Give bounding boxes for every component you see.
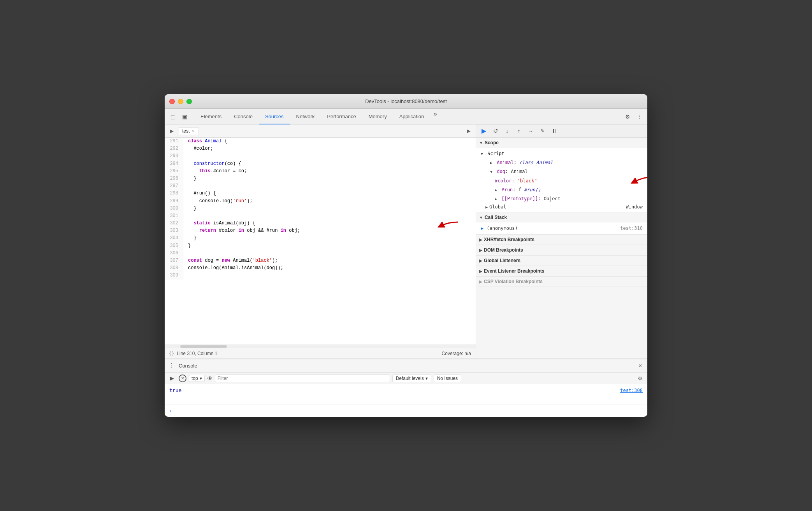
prompt-chevron-icon: › — [169, 408, 171, 414]
tab-network[interactable]: Network — [290, 109, 321, 124]
format-icon[interactable]: { } — [169, 351, 174, 356]
close-tab-button[interactable]: × — [191, 129, 195, 133]
script-triangle: ▼ — [481, 152, 483, 156]
levels-label: Default levels — [396, 376, 424, 381]
horizontal-scrollbar[interactable] — [165, 345, 476, 348]
step-into-button[interactable]: ↓ — [503, 126, 512, 136]
callstack-section-header[interactable]: ▼ Call Stack — [476, 212, 647, 222]
code-line-296: 296 } — [165, 175, 476, 182]
code-area[interactable]: 291 class Animal { 292 #color; 293 — [165, 138, 476, 345]
cursor-icon[interactable]: ⬚ — [168, 112, 178, 122]
deactivate-button[interactable]: ✎ — [538, 126, 547, 136]
console-toolbar: ▶ ✕ top ▾ 👁 Default levels ▾ No Issues ⚙ — [165, 373, 647, 384]
scope-triangle: ▼ — [479, 141, 483, 145]
console-output-row: true test:308 — [169, 387, 643, 393]
console-clear-icon[interactable]: ✕ — [179, 374, 186, 382]
callstack-section: ▼ Call Stack ▶ (anonymous) test:310 — [476, 212, 647, 234]
code-footer: { } Line 310, Column 1 Coverage: n/a — [165, 348, 476, 359]
coverage-status: Coverage: n/a — [442, 351, 471, 356]
device-icon[interactable]: ▣ — [179, 112, 190, 122]
callstack-content: ▶ (anonymous) test:310 — [476, 222, 647, 234]
scope-animal-entry[interactable]: ▶ Animal: class Animal — [476, 158, 647, 167]
resume-button[interactable]: ▶ — [479, 126, 489, 136]
sources-main-panel: ▶ test × ▶ 291 class Animal { — [165, 124, 476, 359]
scope-color-entry: #color: "black" — [476, 177, 647, 186]
xhr-breakpoints-header[interactable]: ▶ XHR/fetch Breakpoints — [476, 234, 647, 245]
code-line-305: 305 } — [165, 242, 476, 250]
console-play-icon[interactable]: ▶ — [168, 374, 176, 383]
scope-prototype-entry[interactable]: ▶ [[Prototype]]: Object — [476, 194, 647, 203]
console-close-button[interactable]: × — [636, 362, 644, 370]
callstack-entry-anonymous[interactable]: ▶ (anonymous) test:310 — [476, 224, 647, 233]
console-filter-input[interactable] — [215, 374, 390, 382]
code-line-299: 299 console.log('run'); — [165, 198, 476, 205]
code-line-297: 297 — [165, 182, 476, 190]
fullscreen-button[interactable] — [186, 99, 192, 104]
code-line-300: 300 } — [165, 205, 476, 212]
scope-section-header[interactable]: ▼ Scope — [476, 138, 647, 148]
minimize-button[interactable] — [178, 99, 183, 104]
more-options-icon[interactable]: ⋮ — [634, 112, 644, 122]
dom-breakpoints-header[interactable]: ▶ DOM Breakpoints — [476, 245, 647, 255]
scope-run-entry[interactable]: ▶ #run: f #run() — [476, 186, 647, 194]
callstack-active-icon: ▶ — [481, 226, 483, 231]
status-line: Line 310, Column 1 — [177, 351, 217, 356]
tab-console[interactable]: Console — [228, 109, 259, 124]
eye-icon[interactable]: 👁 — [207, 375, 213, 382]
code-line-306: 306 — [165, 250, 476, 257]
console-settings-icon[interactable]: ⚙ — [636, 374, 644, 383]
script-label: Script — [487, 151, 504, 156]
context-selector[interactable]: top ▾ — [189, 375, 205, 382]
code-line-294: 294 constructor(co) { — [165, 160, 476, 168]
csp-breakpoints-header[interactable]: ▶ CSP Violation Breakpoints — [476, 276, 647, 287]
csp-breakpoints-section: ▶ CSP Violation Breakpoints — [476, 276, 647, 287]
traffic-lights — [169, 99, 192, 104]
script-subsection-header[interactable]: ▼ Script — [476, 149, 647, 158]
scrollbar-thumb[interactable] — [180, 345, 227, 348]
play-icon[interactable]: ▶ — [168, 127, 176, 135]
code-line-293: 293 — [165, 152, 476, 160]
no-issues-button[interactable]: No Issues — [434, 374, 461, 382]
close-button[interactable] — [169, 99, 175, 104]
tab-memory[interactable]: Memory — [362, 109, 393, 124]
debugger-panel: ▶ ↺ ↓ ↑ → ✎ ⏸ ▼ Scope — [476, 124, 647, 359]
console-content: true test:308 — [165, 384, 647, 404]
event-listener-breakpoints-header[interactable]: ▶ Event Listener Breakpoints — [476, 266, 647, 276]
window-title: DevTools - localhost:8080/demo/test — [365, 98, 447, 104]
sources-toolbar: ▶ test × ▶ — [165, 124, 476, 138]
console-output-location[interactable]: test:308 — [620, 388, 643, 393]
callstack-triangle: ▼ — [479, 215, 483, 220]
console-menu-button[interactable]: ⋮ — [168, 362, 176, 370]
code-line-291: 291 class Animal { — [165, 138, 476, 145]
console-prompt[interactable]: › — [165, 404, 647, 417]
scope-section: ▼ Scope ▼ Script ▶ Animal: clas — [476, 138, 647, 212]
tab-elements[interactable]: Elements — [194, 109, 228, 124]
console-output-value: true — [169, 387, 181, 393]
console-title: Console — [179, 363, 197, 369]
event-listener-breakpoints-section: ▶ Event Listener Breakpoints — [476, 266, 647, 276]
scope-global-entry[interactable]: ▶ Global Window — [476, 203, 647, 210]
scope-content: ▼ Script ▶ Animal: class Animal ▼ — [476, 148, 647, 212]
step-button[interactable]: → — [526, 126, 535, 136]
add-tab-icon[interactable]: ▶ — [465, 127, 473, 135]
scope-dog-entry[interactable]: ▼ dog: Animal — [476, 167, 647, 176]
tab-application[interactable]: Application — [393, 109, 431, 124]
code-line-301: 301 — [165, 212, 476, 220]
more-tabs-button[interactable]: » — [430, 109, 440, 119]
devtools-window: DevTools - localhost:8080/demo/test ⬚ ▣ … — [165, 94, 647, 417]
callstack-label: Call Stack — [485, 215, 507, 220]
global-listeners-header[interactable]: ▶ Global Listeners — [476, 256, 647, 266]
settings-icon[interactable]: ⚙ — [622, 112, 633, 122]
tab-performance[interactable]: Performance — [321, 109, 362, 124]
tab-sources[interactable]: Sources — [259, 109, 290, 124]
default-levels-button[interactable]: Default levels ▾ — [392, 374, 431, 382]
console-panel: ⋮ Console × ▶ ✕ top ▾ 👁 Default levels ▾ — [165, 359, 647, 417]
code-line-309: 309 — [165, 272, 476, 279]
global-label: Global — [489, 204, 506, 210]
devtools-toolbar: ⬚ ▣ Elements Console Sources Network Per… — [165, 109, 647, 124]
step-out-button[interactable]: ↑ — [514, 126, 524, 136]
callstack-location: test:310 — [620, 226, 643, 231]
pause-on-exceptions-button[interactable]: ⏸ — [549, 126, 559, 136]
step-over-button[interactable]: ↺ — [491, 126, 500, 136]
scope-label: Scope — [485, 140, 499, 145]
